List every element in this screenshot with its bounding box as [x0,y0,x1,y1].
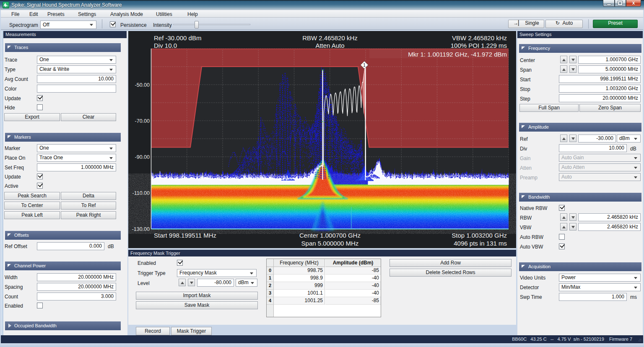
svg-text:Atten Auto: Atten Auto [315,42,344,49]
svg-text:RBW 2.465820 kHz: RBW 2.465820 kHz [302,34,358,41]
svg-text:Div 10.0: Div 10.0 [154,42,177,49]
svg-text:Span 5.000000 MHz: Span 5.000000 MHz [301,240,359,247]
svg-text:Start 998.199511 MHz: Start 998.199511 MHz [154,232,216,239]
svg-text:-70.00: -70.00 [135,118,150,124]
svg-text:VBW 2.465820 kHz: VBW 2.465820 kHz [452,34,507,41]
svg-text:-90.00: -90.00 [135,154,150,160]
svg-text:4096 pts in 131 ms: 4096 pts in 131 ms [454,240,507,247]
svg-text:Mkr 1: 1.001192 GHz, -41.972 d: Mkr 1: 1.001192 GHz, -41.972 dBm [408,51,507,58]
svg-text:Stop 1.003200 GHz: Stop 1.003200 GHz [452,232,507,239]
svg-text:100% POI 1.229 ms: 100% POI 1.229 ms [451,42,507,49]
svg-text:-110.00: -110.00 [132,190,150,196]
svg-text:Ref -30.000 dBm: Ref -30.000 dBm [154,34,201,41]
svg-text:Center 1.000700 GHz: Center 1.000700 GHz [299,232,361,239]
svg-text:1: 1 [363,62,366,67]
svg-text:-130.00: -130.00 [132,226,150,232]
svg-text:-50.00: -50.00 [135,82,150,88]
